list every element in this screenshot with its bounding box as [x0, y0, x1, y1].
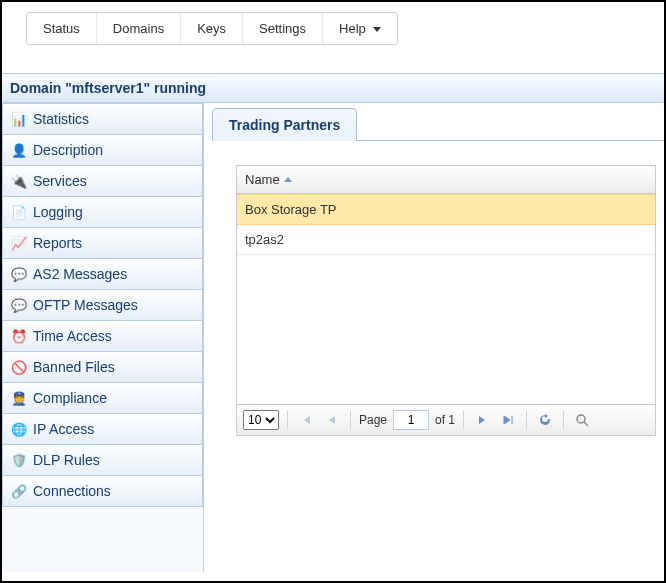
svg-line-1 — [584, 422, 588, 426]
dlp-rules-icon: 🛡️ — [11, 452, 27, 468]
logging-icon: 📄 — [11, 204, 27, 220]
banned-files-icon: 🚫 — [11, 359, 27, 375]
sidebar-item-label: Logging — [33, 204, 83, 220]
next-page-button[interactable] — [472, 410, 492, 430]
divider — [563, 411, 564, 429]
sidebar-item-label: Time Access — [33, 328, 112, 344]
refresh-icon — [538, 413, 552, 427]
sidebar-item-as2-messages[interactable]: 💬 AS2 Messages — [2, 259, 203, 290]
top-nav: Status Domains Keys Settings Help — [26, 12, 398, 45]
sidebar-item-oftp-messages[interactable]: 💬 OFTP Messages — [2, 290, 203, 321]
sidebar-item-label: IP Access — [33, 421, 94, 437]
sidebar-item-label: AS2 Messages — [33, 266, 127, 282]
page-number-input[interactable] — [393, 410, 429, 430]
statistics-icon: 📊 — [11, 111, 27, 127]
reports-icon: 📈 — [11, 235, 27, 251]
prev-page-icon — [327, 414, 337, 426]
nav-status[interactable]: Status — [27, 13, 97, 44]
connections-icon: 🔗 — [11, 483, 27, 499]
sidebar-item-description[interactable]: 👤 Description — [2, 135, 203, 166]
sidebar-item-ip-access[interactable]: 🌐 IP Access — [2, 414, 203, 445]
sidebar-item-banned-files[interactable]: 🚫 Banned Files — [2, 352, 203, 383]
prev-page-button[interactable] — [322, 410, 342, 430]
refresh-button[interactable] — [535, 410, 555, 430]
search-button[interactable] — [572, 410, 592, 430]
compliance-icon: 👮 — [11, 390, 27, 406]
tab-trading-partners[interactable]: Trading Partners — [212, 108, 357, 141]
pager: 10 Page of 1 — [237, 404, 655, 435]
total-pages-label: of 1 — [435, 413, 455, 427]
sidebar-item-reports[interactable]: 📈 Reports — [2, 228, 203, 259]
sidebar-item-statistics[interactable]: 📊 Statistics — [2, 103, 203, 135]
grid-header-label: Name — [245, 172, 280, 187]
first-page-icon — [300, 414, 312, 426]
sidebar-item-time-access[interactable]: ⏰ Time Access — [2, 321, 203, 352]
sidebar-item-label: Services — [33, 173, 87, 189]
divider — [463, 411, 464, 429]
divider — [350, 411, 351, 429]
time-access-icon: ⏰ — [11, 328, 27, 344]
sidebar-item-label: Compliance — [33, 390, 107, 406]
sidebar-item-label: DLP Rules — [33, 452, 100, 468]
nav-keys[interactable]: Keys — [181, 13, 243, 44]
sort-asc-icon — [284, 177, 292, 182]
nav-help[interactable]: Help — [323, 13, 397, 44]
page-size-select[interactable]: 10 — [243, 410, 279, 430]
search-icon — [575, 413, 589, 427]
domain-status-bar: Domain "mftserver1" running — [2, 73, 664, 103]
nav-domains[interactable]: Domains — [97, 13, 181, 44]
sidebar-item-label: Statistics — [33, 111, 89, 127]
oftp-messages-icon: 💬 — [11, 297, 27, 313]
last-page-icon — [502, 414, 514, 426]
sidebar-item-services[interactable]: 🔌 Services — [2, 166, 203, 197]
main-layout: 📊 Statistics 👤 Description 🔌 Services 📄 … — [2, 103, 664, 572]
sidebar-item-label: Description — [33, 142, 103, 158]
page-label: Page — [359, 413, 387, 427]
last-page-button[interactable] — [498, 410, 518, 430]
first-page-button[interactable] — [296, 410, 316, 430]
grid-body: Box Storage TP tp2as2 — [237, 194, 655, 404]
sidebar-item-logging[interactable]: 📄 Logging — [2, 197, 203, 228]
sidebar-item-compliance[interactable]: 👮 Compliance — [2, 383, 203, 414]
trading-partners-grid: Name Box Storage TP tp2as2 10 Page — [236, 165, 656, 436]
nav-settings[interactable]: Settings — [243, 13, 323, 44]
ip-access-icon: 🌐 — [11, 421, 27, 437]
table-row[interactable]: tp2as2 — [237, 225, 655, 255]
services-icon: 🔌 — [11, 173, 27, 189]
content-area: Trading Partners Name Box Storage TP tp2… — [204, 103, 664, 572]
sidebar-item-label: Banned Files — [33, 359, 115, 375]
sidebar-item-label: OFTP Messages — [33, 297, 138, 313]
sidebar-item-connections[interactable]: 🔗 Connections — [2, 476, 203, 507]
chevron-down-icon — [373, 27, 381, 32]
divider — [287, 411, 288, 429]
table-row[interactable]: Box Storage TP — [237, 194, 655, 225]
divider — [526, 411, 527, 429]
description-icon: 👤 — [11, 142, 27, 158]
sidebar-item-label: Connections — [33, 483, 111, 499]
svg-point-0 — [577, 415, 585, 423]
sidebar-item-dlp-rules[interactable]: 🛡️ DLP Rules — [2, 445, 203, 476]
next-page-icon — [477, 414, 487, 426]
grid-header-name[interactable]: Name — [237, 166, 655, 194]
as2-messages-icon: 💬 — [11, 266, 27, 282]
sidebar-item-label: Reports — [33, 235, 82, 251]
sidebar: 📊 Statistics 👤 Description 🔌 Services 📄 … — [2, 103, 204, 572]
nav-help-label: Help — [339, 21, 366, 36]
tab-strip: Trading Partners — [212, 107, 664, 141]
